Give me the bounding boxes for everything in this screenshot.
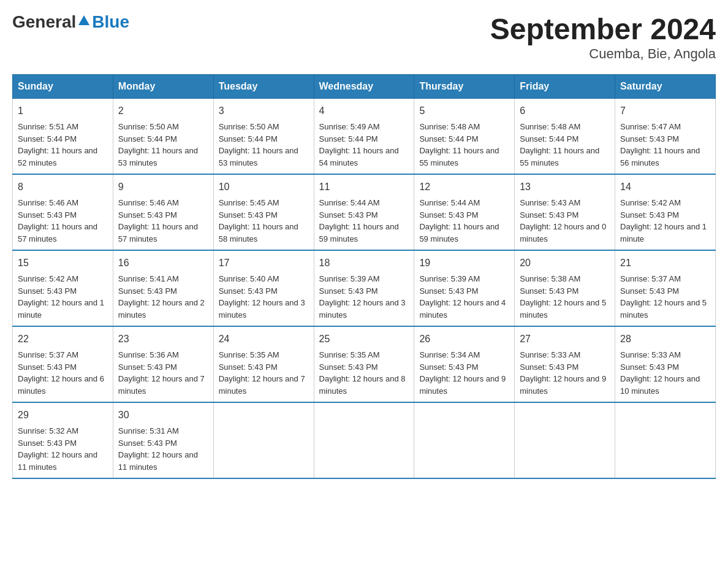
day-sunset: Sunset: 5:43 PM xyxy=(219,286,278,296)
calendar-week-1: 1 Sunrise: 5:51 AM Sunset: 5:44 PM Dayli… xyxy=(13,99,716,175)
day-sunrise: Sunrise: 5:41 AM xyxy=(118,274,179,283)
day-sunset: Sunset: 5:43 PM xyxy=(520,210,578,220)
day-daylight: Daylight: 11 hours and 59 minutes xyxy=(419,222,499,243)
day-daylight: Daylight: 11 hours and 53 minutes xyxy=(118,146,198,167)
day-sunrise: Sunrise: 5:35 AM xyxy=(319,350,380,359)
calendar-cell: 22 Sunrise: 5:37 AM Sunset: 5:43 PM Dayl… xyxy=(13,326,113,402)
day-daylight: Daylight: 11 hours and 52 minutes xyxy=(18,146,97,167)
day-sunset: Sunset: 5:43 PM xyxy=(118,210,177,220)
day-sunrise: Sunrise: 5:50 AM xyxy=(219,122,279,131)
day-sunrise: Sunrise: 5:47 AM xyxy=(620,122,681,131)
day-sunset: Sunset: 5:43 PM xyxy=(118,286,177,296)
calendar-cell: 18 Sunrise: 5:39 AM Sunset: 5:43 PM Dayl… xyxy=(314,250,414,326)
header-saturday: Saturday xyxy=(615,75,716,99)
calendar-week-5: 29 Sunrise: 5:32 AM Sunset: 5:43 PM Dayl… xyxy=(13,402,716,478)
calendar-cell: 11 Sunrise: 5:44 AM Sunset: 5:43 PM Dayl… xyxy=(314,174,414,250)
day-sunrise: Sunrise: 5:37 AM xyxy=(18,350,78,359)
calendar-week-3: 15 Sunrise: 5:42 AM Sunset: 5:43 PM Dayl… xyxy=(13,250,716,326)
day-daylight: Daylight: 12 hours and 6 minutes xyxy=(18,374,104,396)
day-sunset: Sunset: 5:44 PM xyxy=(18,134,77,144)
day-daylight: Daylight: 12 hours and 11 minutes xyxy=(18,450,97,472)
day-sunrise: Sunrise: 5:36 AM xyxy=(118,350,179,359)
day-daylight: Daylight: 11 hours and 57 minutes xyxy=(118,222,198,243)
header-tuesday: Tuesday xyxy=(213,75,314,99)
calendar-cell: 13 Sunrise: 5:43 AM Sunset: 5:43 PM Dayl… xyxy=(515,174,615,250)
calendar-cell xyxy=(314,402,414,478)
calendar-cell: 17 Sunrise: 5:40 AM Sunset: 5:43 PM Dayl… xyxy=(213,250,314,326)
calendar-cell xyxy=(615,402,716,478)
day-daylight: Daylight: 12 hours and 4 minutes xyxy=(419,298,506,320)
calendar-cell: 10 Sunrise: 5:45 AM Sunset: 5:43 PM Dayl… xyxy=(213,174,314,250)
day-number: 8 xyxy=(18,180,108,194)
day-sunset: Sunset: 5:43 PM xyxy=(118,362,177,372)
day-sunrise: Sunrise: 5:32 AM xyxy=(18,426,78,435)
day-daylight: Daylight: 11 hours and 55 minutes xyxy=(520,146,599,167)
calendar-cell xyxy=(213,402,314,478)
day-sunset: Sunset: 5:44 PM xyxy=(118,134,177,144)
day-number: 23 xyxy=(118,332,208,347)
calendar-cell: 14 Sunrise: 5:42 AM Sunset: 5:43 PM Dayl… xyxy=(615,174,716,250)
day-daylight: Daylight: 12 hours and 9 minutes xyxy=(419,374,506,396)
logo-triangle-icon xyxy=(77,14,91,30)
calendar-cell: 23 Sunrise: 5:36 AM Sunset: 5:43 PM Dayl… xyxy=(113,326,213,402)
header-thursday: Thursday xyxy=(414,75,515,99)
day-sunrise: Sunrise: 5:45 AM xyxy=(219,198,279,207)
day-sunset: Sunset: 5:43 PM xyxy=(419,286,478,296)
page-subtitle: Cuemba, Bie, Angola xyxy=(490,46,716,62)
calendar-cell: 8 Sunrise: 5:46 AM Sunset: 5:43 PM Dayli… xyxy=(13,174,113,250)
calendar-cell: 9 Sunrise: 5:46 AM Sunset: 5:43 PM Dayli… xyxy=(113,174,213,250)
calendar-cell: 5 Sunrise: 5:48 AM Sunset: 5:44 PM Dayli… xyxy=(414,99,515,175)
day-sunrise: Sunrise: 5:40 AM xyxy=(219,274,279,283)
logo-blue-text: Blue xyxy=(92,12,129,32)
day-sunset: Sunset: 5:43 PM xyxy=(520,286,578,296)
calendar-cell: 15 Sunrise: 5:42 AM Sunset: 5:43 PM Dayl… xyxy=(13,250,113,326)
calendar-cell: 4 Sunrise: 5:49 AM Sunset: 5:44 PM Dayli… xyxy=(314,99,414,175)
day-daylight: Daylight: 12 hours and 11 minutes xyxy=(118,450,198,472)
calendar-header-row: Sunday Monday Tuesday Wednesday Thursday… xyxy=(13,75,716,99)
day-number: 14 xyxy=(620,180,710,194)
day-sunset: Sunset: 5:43 PM xyxy=(18,210,77,220)
day-daylight: Daylight: 12 hours and 5 minutes xyxy=(620,298,707,320)
day-sunrise: Sunrise: 5:33 AM xyxy=(520,350,580,359)
day-number: 10 xyxy=(219,180,309,194)
calendar-cell: 1 Sunrise: 5:51 AM Sunset: 5:44 PM Dayli… xyxy=(13,99,113,175)
day-sunset: Sunset: 5:43 PM xyxy=(118,439,177,448)
day-sunrise: Sunrise: 5:37 AM xyxy=(620,274,681,283)
day-sunset: Sunset: 5:44 PM xyxy=(319,134,378,144)
day-sunrise: Sunrise: 5:49 AM xyxy=(319,122,380,131)
day-sunrise: Sunrise: 5:38 AM xyxy=(520,274,580,283)
day-daylight: Daylight: 12 hours and 3 minutes xyxy=(319,298,406,320)
day-number: 26 xyxy=(419,332,509,347)
day-sunset: Sunset: 5:44 PM xyxy=(520,134,578,144)
day-number: 20 xyxy=(520,256,610,270)
day-number: 24 xyxy=(219,332,309,347)
day-daylight: Daylight: 11 hours and 53 minutes xyxy=(219,146,298,167)
day-sunset: Sunset: 5:43 PM xyxy=(18,286,77,296)
calendar-cell: 28 Sunrise: 5:33 AM Sunset: 5:43 PM Dayl… xyxy=(615,326,716,402)
day-sunset: Sunset: 5:43 PM xyxy=(620,210,679,220)
day-sunrise: Sunrise: 5:42 AM xyxy=(620,198,681,207)
day-sunrise: Sunrise: 5:48 AM xyxy=(419,122,480,131)
day-number: 16 xyxy=(118,256,208,270)
day-number: 19 xyxy=(419,256,509,270)
day-number: 22 xyxy=(18,332,108,347)
day-number: 17 xyxy=(219,256,309,270)
day-sunset: Sunset: 5:44 PM xyxy=(219,134,278,144)
header-wednesday: Wednesday xyxy=(314,75,414,99)
day-daylight: Daylight: 12 hours and 2 minutes xyxy=(118,298,205,320)
day-daylight: Daylight: 11 hours and 58 minutes xyxy=(219,222,298,243)
day-sunrise: Sunrise: 5:44 AM xyxy=(419,198,480,207)
day-sunrise: Sunrise: 5:34 AM xyxy=(419,350,480,359)
day-sunrise: Sunrise: 5:43 AM xyxy=(520,198,580,207)
day-number: 12 xyxy=(419,180,509,194)
day-daylight: Daylight: 12 hours and 8 minutes xyxy=(319,374,406,396)
page-header: General Blue September 2024 Cuemba, Bie,… xyxy=(12,12,716,62)
calendar-cell: 6 Sunrise: 5:48 AM Sunset: 5:44 PM Dayli… xyxy=(515,99,615,175)
calendar-cell: 24 Sunrise: 5:35 AM Sunset: 5:43 PM Dayl… xyxy=(213,326,314,402)
calendar-week-4: 22 Sunrise: 5:37 AM Sunset: 5:43 PM Dayl… xyxy=(13,326,716,402)
calendar-cell: 3 Sunrise: 5:50 AM Sunset: 5:44 PM Dayli… xyxy=(213,99,314,175)
day-sunset: Sunset: 5:43 PM xyxy=(620,286,679,296)
calendar-cell: 26 Sunrise: 5:34 AM Sunset: 5:43 PM Dayl… xyxy=(414,326,515,402)
day-sunset: Sunset: 5:43 PM xyxy=(419,210,478,220)
calendar-cell xyxy=(515,402,615,478)
